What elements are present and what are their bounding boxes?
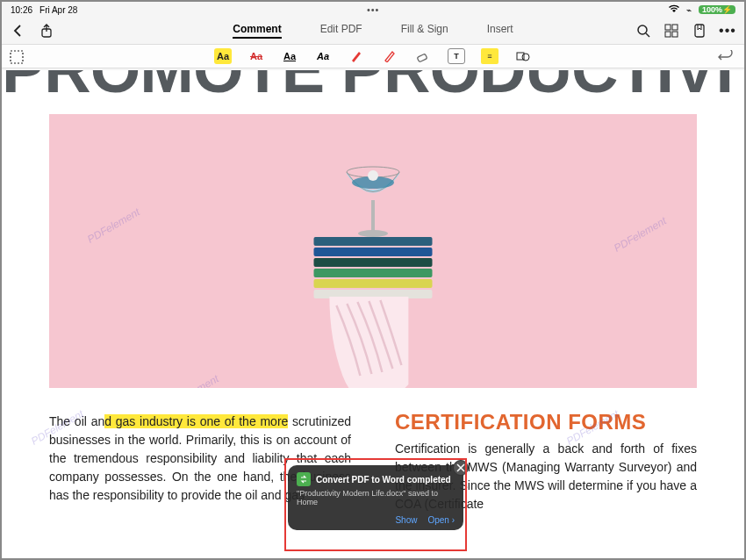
svg-point-15 (368, 170, 378, 181)
convert-icon (297, 472, 311, 486)
tab-insert[interactable]: Insert (487, 23, 513, 39)
share-icon[interactable] (39, 23, 54, 39)
marker-tool[interactable] (381, 48, 398, 64)
bookmark-icon[interactable] (692, 23, 707, 39)
sock-illustration (294, 297, 434, 388)
back-icon[interactable] (11, 23, 26, 39)
battery-indicator: 100%⚡ (699, 5, 735, 14)
svg-rect-6 (695, 25, 704, 37)
watermark: PDFelement (85, 205, 142, 245)
mode-tabs: Comment Edit PDF Fill & Sign Insert (2, 23, 744, 39)
section-heading: CERTIFICATION FORMS (395, 413, 697, 431)
toast-open-button[interactable]: Open › (427, 515, 455, 525)
toast-subtitle: "Productivity Modern Life.docx" saved to… (297, 489, 455, 506)
hero-image: PDFelement PDFelement PDFelement PDFelem… (49, 114, 697, 388)
toast-title: Convert PDF to Word completed (316, 475, 455, 485)
textbox-tool[interactable]: T (448, 48, 465, 64)
search-icon[interactable] (635, 23, 651, 39)
tab-edit-pdf[interactable]: Edit PDF (320, 23, 362, 39)
watermark: PDFelement (164, 372, 221, 388)
svg-rect-5 (672, 32, 678, 37)
sticky-note-tool[interactable]: ≡ (481, 48, 499, 64)
glass-illustration (342, 163, 404, 242)
annotate-toolbar: Aa Aa Aa Aa T ≡ (2, 44, 744, 68)
body-text: The oil an (49, 414, 104, 428)
select-area-icon[interactable] (9, 49, 25, 65)
tab-comment[interactable]: Comment (233, 23, 281, 39)
underline-tool[interactable]: Aa (281, 48, 298, 64)
strikethrough-tool[interactable]: Aa (247, 48, 265, 64)
pen-tool[interactable] (348, 48, 365, 64)
top-toolbar: Comment Edit PDF Fill & Sign Insert ••• (2, 18, 744, 44)
svg-point-10 (522, 54, 529, 61)
toast-show-button[interactable]: Show (395, 515, 417, 525)
page-title: PROMOTE PRODUCTIVITY (2, 70, 744, 93)
squiggly-tool[interactable]: Aa (314, 48, 332, 64)
close-icon[interactable] (453, 460, 469, 476)
undo-icon[interactable] (718, 49, 734, 65)
more-icon[interactable]: ••• (720, 23, 735, 39)
tab-fill-sign[interactable]: Fill & Sign (401, 23, 448, 39)
svg-rect-2 (665, 25, 671, 30)
highlighted-text[interactable]: d gas industry is one of the more (104, 414, 288, 428)
conversion-toast: Convert PDF to Word completed "Productiv… (288, 465, 463, 530)
svg-rect-12 (371, 200, 375, 232)
svg-point-13 (358, 230, 388, 237)
status-date: Fri Apr 28 (39, 5, 77, 15)
status-bar: 10:26 Fri Apr 28 ••• ⌁ 100%⚡ (2, 2, 744, 18)
svg-rect-4 (665, 32, 671, 37)
books-illustration (314, 237, 433, 300)
watermark: PDFelement (612, 214, 669, 254)
status-handle[interactable]: ••• (367, 4, 380, 15)
svg-rect-8 (417, 54, 427, 62)
bluetooth-icon: ⌁ (686, 5, 692, 15)
highlight-tool[interactable]: Aa (214, 48, 232, 64)
status-time: 10:26 (11, 5, 32, 15)
thumbnails-icon[interactable] (664, 23, 679, 39)
eraser-tool[interactable] (414, 48, 432, 64)
wifi-icon (669, 4, 679, 15)
svg-rect-7 (11, 51, 23, 63)
svg-rect-3 (672, 25, 678, 30)
shape-tool[interactable] (514, 48, 532, 64)
svg-point-1 (638, 25, 647, 34)
